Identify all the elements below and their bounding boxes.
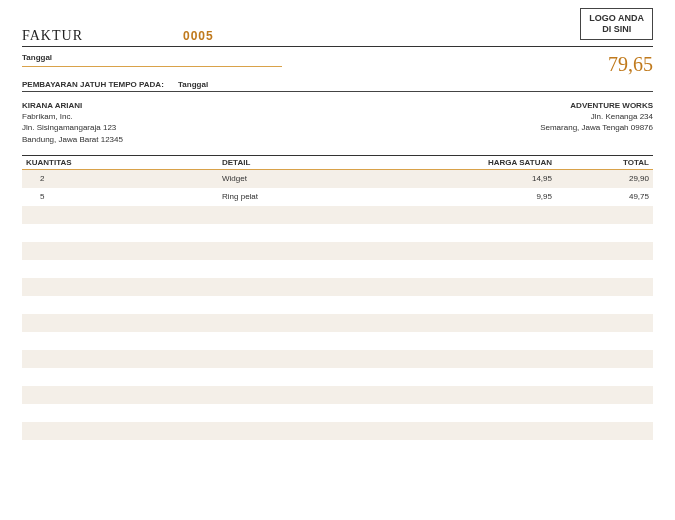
table-row	[22, 242, 653, 260]
to-name: ADVENTURE WORKS	[540, 100, 653, 111]
date-underline	[22, 66, 282, 67]
table-row	[22, 332, 653, 350]
cell-price: 9,95	[442, 192, 552, 201]
cell-detail: Widget	[222, 174, 442, 183]
from-street: Jln. Sisingamangaraja 123	[22, 122, 123, 133]
parties: KIRANA ARIANI Fabrikam, Inc. Jln. Sising…	[22, 100, 653, 145]
table-row	[22, 260, 653, 278]
cell-total: 49,75	[552, 192, 653, 201]
to-city: Semarang, Jawa Tengah 09876	[540, 122, 653, 133]
due-label: PEMBAYARAN JATUH TEMPO PADA:	[22, 80, 164, 89]
to-party: ADVENTURE WORKS Jln. Kenanga 234 Semaran…	[540, 100, 653, 145]
table-row	[22, 440, 653, 458]
table-row	[22, 224, 653, 242]
logo-line2: DI SINI	[589, 24, 644, 35]
cell-price: 14,95	[442, 174, 552, 183]
col-qty-header: KUANTITAS	[22, 158, 222, 167]
table-row	[22, 368, 653, 386]
to-street: Jln. Kenanga 234	[540, 111, 653, 122]
table-row	[22, 206, 653, 224]
grand-total: 79,65	[608, 53, 653, 76]
divider	[22, 46, 653, 47]
line-items-table: KUANTITAS DETAIL HARGA SATUAN TOTAL 2Wid…	[22, 155, 653, 458]
from-company: Fabrikam, Inc.	[22, 111, 123, 122]
table-body: 2Widget14,9529,905Ring pelat9,9549,75	[22, 170, 653, 458]
table-row	[22, 386, 653, 404]
table-row: 5Ring pelat9,9549,75	[22, 188, 653, 206]
col-total-header: TOTAL	[552, 158, 653, 167]
invoice-title: FAKTUR	[22, 28, 83, 44]
title-row: FAKTUR 0005	[22, 28, 653, 44]
col-price-header: HARGA SATUAN	[442, 158, 552, 167]
due-row: PEMBAYARAN JATUH TEMPO PADA: Tanggal	[22, 80, 653, 89]
table-row	[22, 404, 653, 422]
cell-qty: 2	[22, 174, 222, 183]
from-city: Bandung, Jawa Barat 12345	[22, 134, 123, 145]
table-row	[22, 422, 653, 440]
date-label: Tanggal	[22, 53, 282, 62]
due-value: Tanggal	[178, 80, 208, 89]
date-row: Tanggal 79,65	[22, 53, 653, 76]
cell-detail: Ring pelat	[222, 192, 442, 201]
cell-total: 29,90	[552, 174, 653, 183]
logo-line1: LOGO ANDA	[589, 13, 644, 24]
cell-qty: 5	[22, 192, 222, 201]
logo-placeholder: LOGO ANDA DI SINI	[580, 8, 653, 40]
invoice-number: 0005	[183, 29, 214, 43]
col-detail-header: DETAIL	[222, 158, 442, 167]
from-name: KIRANA ARIANI	[22, 100, 123, 111]
table-row: 2Widget14,9529,90	[22, 170, 653, 188]
from-party: KIRANA ARIANI Fabrikam, Inc. Jln. Sising…	[22, 100, 123, 145]
table-row	[22, 278, 653, 296]
table-row	[22, 350, 653, 368]
table-header: KUANTITAS DETAIL HARGA SATUAN TOTAL	[22, 156, 653, 169]
table-row	[22, 314, 653, 332]
divider	[22, 91, 653, 92]
table-row	[22, 296, 653, 314]
